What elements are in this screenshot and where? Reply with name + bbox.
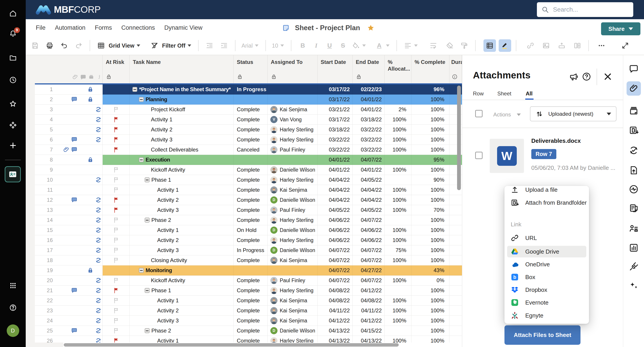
cell-end-date[interactable]: 04/01/22	[353, 94, 384, 105]
cell-assigned-to[interactable]: Kai Senjima	[268, 306, 318, 316]
cell-start-date[interactable]: 03/18/22	[318, 125, 353, 135]
row-number-cell[interactable]: 14	[35, 215, 103, 225]
row-sync-icon[interactable]	[95, 338, 102, 343]
cell-assigned-to[interactable]: Danielle Wilson	[268, 165, 318, 175]
rail-brandfolder-icon[interactable]	[628, 125, 639, 135]
cell-task-name[interactable]: Project Kickoff	[130, 105, 234, 115]
row-number-cell[interactable]: 7	[35, 145, 103, 155]
cell-status[interactable]: Complete	[234, 105, 268, 115]
tab-row[interactable]: Row	[473, 90, 484, 97]
cell-at-risk[interactable]	[103, 94, 130, 105]
cell-at-risk[interactable]	[103, 266, 130, 276]
highlight-changes-button[interactable]	[499, 39, 511, 52]
cell-status[interactable]: Complete	[234, 115, 268, 125]
sidebar-item-account[interactable]: D	[0, 325, 26, 337]
cell-start-date[interactable]: 04/07/22	[318, 266, 353, 276]
cell-duration[interactable]	[450, 215, 462, 225]
rail-activity-log-icon[interactable]	[628, 184, 639, 194]
column-tools-button[interactable]	[571, 39, 584, 52]
text-color-caret[interactable]	[386, 43, 390, 48]
sort-dropdown[interactable]: Uploaded (newest)	[530, 106, 616, 121]
cell-start-date[interactable]: 04/06/22	[318, 225, 353, 235]
cell-pct-allocated[interactable]	[384, 215, 412, 225]
attach-menu-egnyte[interactable]: Egnyte	[507, 310, 586, 321]
row-sync-icon[interactable]	[95, 106, 102, 113]
row-comment-icon[interactable]	[71, 136, 78, 143]
cell-end-date[interactable]: 04/12/22	[353, 286, 384, 296]
cell-at-risk[interactable]	[103, 306, 130, 316]
at-risk-flag-grey[interactable]	[113, 217, 120, 224]
cell-assigned-to[interactable]: Paul Finley	[268, 145, 318, 155]
cell-task-name[interactable]: Closing Activity	[130, 255, 234, 266]
column-header-task-name[interactable]: Task Name	[130, 55, 234, 83]
cell-start-date[interactable]: 03/17/22	[318, 115, 353, 125]
cell-pct-complete[interactable]: 100%	[412, 125, 450, 135]
row-sync-icon[interactable]	[95, 227, 102, 234]
rail-attachments-active[interactable]	[626, 81, 641, 96]
attach-menu-upload[interactable]: Upload a file	[507, 184, 586, 196]
cell-end-date[interactable]: 04/07/22	[353, 276, 384, 286]
row-number-cell[interactable]: 24	[35, 316, 103, 326]
underline-button[interactable]: U	[323, 42, 336, 49]
collapse-toggle[interactable]	[132, 87, 137, 92]
attachment-filename[interactable]: Deliverables.docx	[531, 137, 581, 144]
row-sync-icon[interactable]	[95, 317, 102, 324]
cell-start-date[interactable]: 03/22/22	[318, 135, 353, 145]
cell-end-date[interactable]: 04/12/22	[353, 316, 384, 326]
cell-end-date[interactable]: 04/04/22	[353, 185, 384, 195]
cell-duration[interactable]	[450, 296, 462, 306]
cell-end-date[interactable]: 03/18/22	[353, 115, 384, 125]
share-button[interactable]: Share	[601, 22, 640, 35]
horizontal-scrollbar[interactable]	[64, 343, 399, 347]
font-size-caret[interactable]	[280, 43, 284, 48]
cell-pct-allocated[interactable]	[384, 266, 412, 276]
cell-end-date[interactable]: 03/22/22	[353, 135, 384, 145]
cell-assigned-to[interactable]: Harley Sterling	[268, 336, 318, 343]
row-sync-icon[interactable]	[95, 126, 102, 133]
cell-end-date[interactable]: 04/06/22	[353, 225, 384, 235]
collapse-toggle[interactable]	[139, 97, 144, 102]
row-sync-icon[interactable]	[95, 327, 102, 334]
cell-at-risk[interactable]	[103, 205, 130, 215]
at-risk-flag-red[interactable]	[113, 287, 120, 294]
cell-assigned-to[interactable]: Paul Finley	[268, 205, 318, 215]
cell-end-date[interactable]: 04/01/22	[353, 105, 384, 115]
save-button[interactable]	[29, 39, 41, 52]
cell-status[interactable]: In Progress	[234, 84, 268, 94]
font-name[interactable]: Arial	[242, 42, 253, 49]
cell-status[interactable]: Complete	[234, 286, 268, 296]
sidebar-item-recents[interactable]	[0, 76, 26, 84]
row-number-cell[interactable]: 21	[35, 286, 103, 296]
at-risk-flag-red[interactable]	[113, 337, 120, 343]
cell-duration[interactable]	[450, 336, 462, 343]
sidebar-item-favorites[interactable]	[0, 100, 26, 108]
fill-color-caret[interactable]	[362, 43, 366, 48]
column-header-row-number[interactable]	[35, 55, 103, 83]
panel-help-icon[interactable]	[582, 72, 592, 81]
cell-at-risk[interactable]	[103, 115, 130, 125]
attachment-row-badge[interactable]: Row 7	[531, 149, 556, 159]
cell-assigned-to[interactable]	[268, 94, 318, 105]
at-risk-flag-grey[interactable]	[113, 317, 120, 324]
cell-assigned-to[interactable]: Harley Sterling	[268, 175, 318, 185]
collapse-toggle[interactable]	[145, 328, 150, 333]
expand-button[interactable]	[619, 39, 632, 52]
at-risk-flag-grey[interactable]	[113, 327, 120, 334]
cell-end-date[interactable]: 04/06/22	[353, 235, 384, 245]
sidebar-item-create[interactable]	[0, 141, 26, 149]
cell-pct-allocated[interactable]	[384, 84, 412, 94]
row-comment-icon[interactable]	[71, 96, 78, 103]
cell-pct-allocated[interactable]: 100%	[384, 125, 412, 135]
cell-at-risk[interactable]	[103, 316, 130, 326]
cell-assigned-to[interactable]	[268, 266, 318, 276]
cell-task-name[interactable]: Monitoring	[130, 266, 234, 276]
grid-view-caret[interactable]	[137, 43, 140, 48]
cell-duration[interactable]	[450, 326, 462, 336]
bold-button[interactable]: B	[296, 42, 310, 49]
cell-duration[interactable]	[450, 225, 462, 235]
column-header-pct-allocated[interactable]: %Allocat...	[384, 55, 412, 83]
cell-at-risk[interactable]	[103, 245, 130, 255]
cell-end-date[interactable]: 04/01/22	[353, 165, 384, 175]
cell-assigned-to[interactable]: Harley Sterling	[268, 286, 318, 296]
cell-start-date[interactable]: 04/01/22	[318, 165, 353, 175]
